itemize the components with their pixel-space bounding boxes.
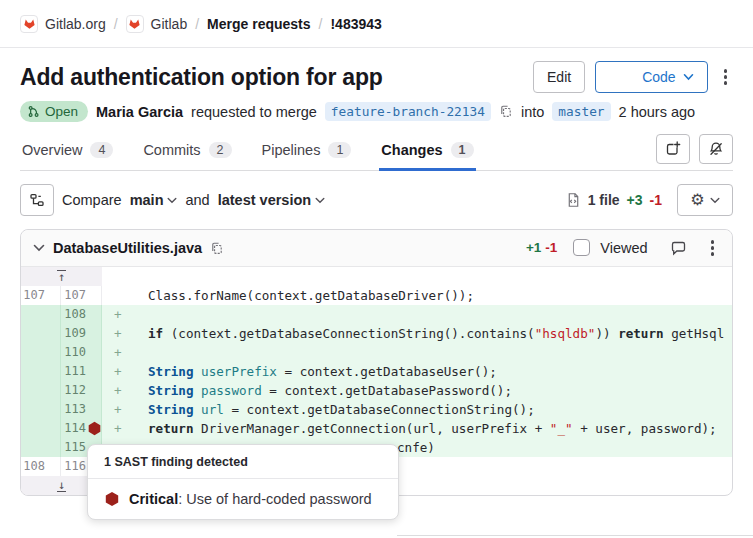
diff-panel: DatabaseUtilities.java +1 -1 Viewed xyxy=(20,229,733,496)
compare-bar: Compare main and latest version xyxy=(20,184,733,216)
code-text: cnfe) xyxy=(397,440,435,455)
sast-popup-body[interactable]: Critical: Use of hard-coded password xyxy=(88,479,398,519)
breadcrumb-item[interactable]: Merge requests xyxy=(207,16,310,32)
code-content: +String url = context.getDatabaseConnect… xyxy=(102,400,732,419)
sast-finding-icon[interactable] xyxy=(87,421,102,436)
sast-finding-popup: 1 SAST finding detected Critical: Use of… xyxy=(87,444,399,520)
tab-overview[interactable]: Overview4 xyxy=(20,136,115,170)
diff-line-112[interactable]: 112+String password = context.getDatabas… xyxy=(21,381,732,400)
old-line-number[interactable] xyxy=(21,381,61,400)
head-version-label: latest version xyxy=(218,192,312,208)
notifications-off-button[interactable] xyxy=(699,134,733,164)
code-content: Class.forName(context.getDatabaseDriver(… xyxy=(102,286,732,305)
diff-line-109[interactable]: 109+if (context.getDatabaseConnectionStr… xyxy=(21,324,732,343)
diff-expand-up-row[interactable]: ↑ xyxy=(21,267,732,286)
sast-popup-title: 1 SAST finding detected xyxy=(88,445,398,479)
base-version-dropdown[interactable]: main xyxy=(130,192,178,208)
diff-sign: + xyxy=(114,324,122,343)
code-text: if (context.getDatabaseConnectionString(… xyxy=(148,326,724,341)
code-content: +String password = context.getDatabasePa… xyxy=(102,381,732,400)
square-plus-icon xyxy=(665,141,681,157)
breadcrumb-separator: / xyxy=(195,16,199,32)
tab-changes[interactable]: Changes1 xyxy=(379,136,475,170)
file-header: DatabaseUtilities.java +1 -1 Viewed xyxy=(21,230,732,267)
diff-line-107[interactable]: 107107Class.forName(context.getDatabaseD… xyxy=(21,286,732,305)
sast-description: : Use of hard-coded password xyxy=(178,491,371,507)
diff-line-110[interactable]: 110+ xyxy=(21,343,732,362)
code-content: +if (context.getDatabaseConnectionString… xyxy=(102,324,732,343)
chevron-down-icon xyxy=(683,73,694,81)
file-options-icon[interactable] xyxy=(705,234,720,261)
breadcrumb-item[interactable]: Gitlab.org xyxy=(20,15,106,33)
diff-line-108[interactable]: 108+ xyxy=(21,305,732,324)
code-text: Class.forName(context.getDatabaseDriver(… xyxy=(148,288,474,303)
code-content: + xyxy=(102,305,732,324)
file-browser-toggle-button[interactable] xyxy=(20,184,54,216)
tab-pipelines[interactable]: Pipelines1 xyxy=(260,136,354,170)
old-line-number[interactable] xyxy=(21,419,61,438)
head-version-dropdown[interactable]: latest version xyxy=(218,192,326,208)
code-content: +String userPrefix = context.getDatabase… xyxy=(102,362,732,381)
breadcrumb-item-label: !483943 xyxy=(330,16,381,32)
tab-count-badge: 1 xyxy=(328,142,351,158)
chevron-down-icon xyxy=(710,197,720,204)
breadcrumb-item[interactable]: Gitlab xyxy=(126,15,188,33)
new-line-number[interactable]: 107 xyxy=(61,286,102,305)
gear-icon: ⚙ xyxy=(690,192,704,208)
bell-slash-icon xyxy=(708,141,724,157)
file-icon xyxy=(566,192,581,208)
new-line-number[interactable]: 108 xyxy=(61,305,102,324)
more-actions-icon[interactable] xyxy=(718,63,733,90)
breadcrumb-item-label: Gitlab xyxy=(151,16,188,32)
diff-settings-button[interactable]: ⚙ xyxy=(677,184,733,216)
content: Add authentication option for app Edit C… xyxy=(0,61,753,496)
expand-up-gutter[interactable]: ↑ xyxy=(21,267,102,286)
diff-line-113[interactable]: 113+String url = context.getDatabaseConn… xyxy=(21,400,732,419)
new-line-number[interactable]: 111 xyxy=(61,362,102,381)
additions-count: +3 xyxy=(627,192,643,208)
old-line-number[interactable]: 108 xyxy=(21,457,61,476)
meta-action-text: requested to merge xyxy=(191,104,317,120)
old-line-number[interactable] xyxy=(21,324,61,343)
breadcrumb: Gitlab.org/Gitlab/Merge requests/!483943 xyxy=(0,0,753,48)
new-line-number[interactable]: 109 xyxy=(61,324,102,343)
tab-commits[interactable]: Commits2 xyxy=(141,136,233,170)
collapse-file-icon[interactable] xyxy=(33,244,45,252)
viewed-checkbox[interactable] xyxy=(573,239,590,256)
tabs: Overview4Commits2Pipelines1Changes1 xyxy=(20,136,476,170)
expand-up-icon: ↑ xyxy=(57,270,66,283)
new-line-number[interactable]: 113 xyxy=(61,400,102,419)
diff-sign: + xyxy=(114,381,122,400)
old-line-number[interactable] xyxy=(21,305,61,324)
old-line-number[interactable] xyxy=(21,438,61,457)
breadcrumb-item[interactable]: !483943 xyxy=(330,16,381,32)
diff-line-111[interactable]: 111+String userPrefix = context.getDatab… xyxy=(21,362,732,381)
target-branch-badge[interactable]: master xyxy=(552,102,610,121)
copy-branch-icon[interactable] xyxy=(499,104,513,119)
sast-severity: Critical xyxy=(129,491,178,507)
title-row: Add authentication option for app Edit C… xyxy=(20,61,733,93)
file-tree-icon xyxy=(29,192,45,208)
status-badge: Open xyxy=(20,101,88,122)
old-line-number[interactable] xyxy=(21,343,61,362)
edit-button[interactable]: Edit xyxy=(533,61,585,93)
file-name[interactable]: DatabaseUtilities.java xyxy=(53,240,202,256)
code-content: +return DriverManager.getConnection(url,… xyxy=(102,419,732,438)
source-branch-badge[interactable]: feature-branch-22134 xyxy=(325,102,491,121)
diff-line-114[interactable]: 114+return DriverManager.getConnection(u… xyxy=(21,419,732,438)
new-line-number[interactable]: 110 xyxy=(61,343,102,362)
comment-icon[interactable] xyxy=(670,240,687,256)
old-line-number[interactable] xyxy=(21,362,61,381)
copy-file-path-icon[interactable] xyxy=(210,241,224,256)
tabs-row: Overview4Commits2Pipelines1Changes1 xyxy=(20,134,733,171)
diff-sign: + xyxy=(114,400,122,419)
author-name[interactable]: Maria Garcia xyxy=(96,104,183,120)
add-to-review-button[interactable] xyxy=(656,134,690,164)
tab-label: Commits xyxy=(143,142,200,158)
diff-stats: 1 file +3 -1 ⚙ xyxy=(566,184,733,216)
breadcrumb-item-label: Merge requests xyxy=(207,16,310,32)
code-button[interactable]: Code xyxy=(595,61,707,93)
new-line-number[interactable]: 112 xyxy=(61,381,102,400)
old-line-number[interactable]: 107 xyxy=(21,286,61,305)
old-line-number[interactable] xyxy=(21,400,61,419)
